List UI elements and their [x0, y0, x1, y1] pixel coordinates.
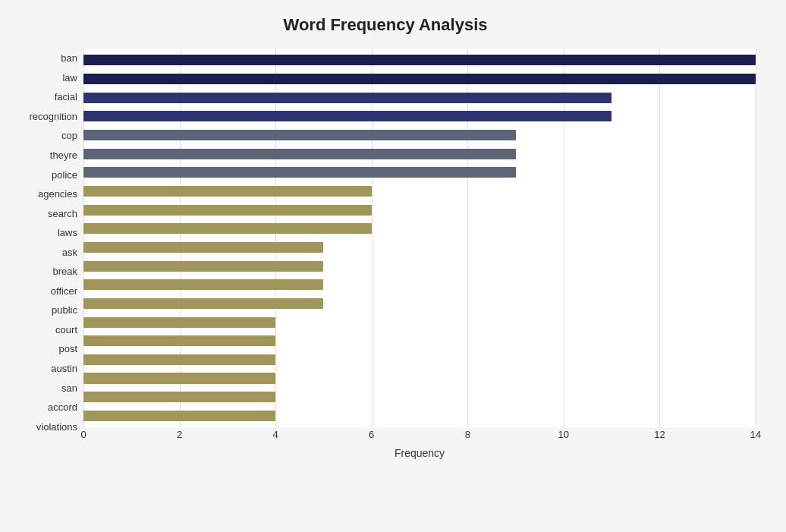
bar-row-court [83, 313, 756, 332]
bar-public [83, 298, 323, 309]
bar-ask [83, 242, 323, 253]
bar-row-officer [83, 275, 756, 294]
x-tick-8: 8 [465, 429, 470, 440]
x-tick-14: 14 [750, 429, 761, 440]
y-label-cop: cop [61, 126, 77, 146]
bar-san [83, 373, 275, 383]
bar-row-public [83, 294, 756, 313]
x-tick-6: 6 [369, 429, 374, 440]
bar-row-violations [83, 406, 756, 425]
bars-section [83, 49, 756, 427]
bar-row-break [83, 257, 756, 275]
y-label-ban: ban [61, 49, 77, 68]
bar-row-recognition [83, 107, 756, 126]
y-label-officer: officer [51, 282, 77, 301]
bar-row-ban [83, 51, 756, 70]
y-label-ask: ask [62, 242, 77, 262]
y-label-search: search [48, 203, 77, 223]
bar-search [83, 205, 372, 216]
x-tick-2: 2 [177, 429, 182, 440]
bar-officer [83, 279, 323, 290]
bar-row-search [83, 200, 756, 219]
bar-row-cop [83, 126, 756, 145]
plot-area: 02468101214 Frequency [83, 49, 756, 459]
bar-agencies [83, 186, 372, 197]
y-label-public: public [52, 301, 77, 320]
bar-row-accord [83, 388, 756, 407]
bar-theyre [83, 149, 516, 159]
y-label-agencies: agencies [38, 184, 77, 204]
bar-austin [83, 354, 275, 365]
bar-cop [83, 130, 516, 140]
bar-recognition [83, 111, 612, 121]
bar-row-ask [83, 238, 756, 257]
bar-law [83, 74, 756, 84]
y-label-san: san [61, 378, 77, 398]
bar-row-austin [83, 351, 756, 370]
bar-row-san [83, 369, 756, 388]
y-label-court: court [55, 320, 77, 340]
chart-area: banlawfacialrecognitioncoptheyrepoliceag… [15, 49, 756, 459]
bar-laws [83, 223, 372, 234]
bar-court [83, 317, 275, 328]
bar-row-theyre [83, 144, 756, 163]
bar-row-facial [83, 88, 756, 107]
y-label-facial: facial [55, 87, 77, 107]
x-tick-4: 4 [273, 429, 278, 440]
y-axis-labels: banlawfacialrecognitioncoptheyrepoliceag… [15, 49, 83, 459]
x-tick-12: 12 [654, 429, 665, 440]
bar-facial [83, 93, 612, 103]
bar-violations [83, 411, 275, 421]
bar-ban [83, 55, 756, 65]
bar-row-law [83, 70, 756, 89]
y-label-recognition: recognition [29, 107, 77, 127]
x-axis-label: Frequency [83, 447, 756, 459]
bar-row-post [83, 332, 756, 351]
chart-title: Word Frequency Analysis [15, 15, 756, 35]
y-label-law: law [62, 68, 77, 88]
chart-container: Word Frequency Analysis banlawfacialreco… [0, 0, 786, 532]
bar-row-police [83, 163, 756, 182]
bar-post [83, 335, 275, 346]
y-label-break: break [52, 262, 77, 282]
y-label-violations: violations [36, 417, 77, 436]
x-axis-ticks: 02468101214 [83, 429, 756, 444]
y-label-accord: accord [48, 398, 77, 417]
bar-police [83, 167, 516, 178]
x-tick-10: 10 [558, 429, 569, 440]
y-label-austin: austin [51, 359, 77, 379]
bar-accord [83, 392, 275, 402]
y-label-theyre: theyre [50, 146, 77, 165]
y-label-police: police [52, 165, 77, 184]
bar-row-agencies [83, 182, 756, 201]
x-tick-0: 0 [80, 429, 86, 440]
bar-row-laws [83, 219, 756, 238]
bar-break [83, 261, 323, 272]
y-label-post: post [58, 339, 77, 359]
y-label-laws: laws [58, 223, 77, 243]
